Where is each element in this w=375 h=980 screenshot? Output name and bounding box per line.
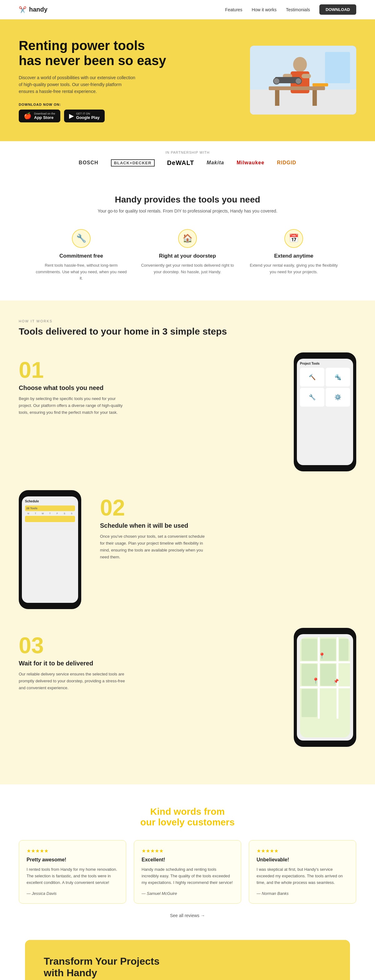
svg-rect-21 bbox=[339, 639, 348, 661]
nav-links: Features How it works Testimonials DOWNL… bbox=[225, 5, 356, 15]
feature-0-title: Commitment free bbox=[34, 253, 128, 259]
testimonial-2-stars: ★★★★★ bbox=[256, 848, 348, 854]
how-title: Tools delivered to your home in 3 simple… bbox=[19, 326, 356, 337]
testimonials-title-accent: customers bbox=[187, 817, 235, 827]
testimonials-grid: ★★★★★ Pretty awesome! I rented tools fro… bbox=[19, 840, 356, 903]
step-2-number: 02 bbox=[100, 496, 356, 519]
svg-rect-11 bbox=[275, 90, 279, 106]
partner-blackdecker: BLACK+DECKER bbox=[111, 159, 155, 167]
nav-download-button[interactable]: DOWNLOAD bbox=[320, 5, 356, 15]
store-buttons: 🍎 Download on the App Store ▶ GET IT ON … bbox=[19, 110, 169, 123]
navbar: ✂️ handy Features How it works Testimoni… bbox=[0, 0, 375, 19]
logo-icon: ✂️ bbox=[19, 6, 27, 13]
google-play-name: Google Play bbox=[76, 115, 100, 120]
svg-point-8 bbox=[274, 78, 280, 84]
app-store-button[interactable]: 🍎 Download on the App Store bbox=[19, 110, 60, 123]
partner-logos: BOSCH BLACK+DECKER DeWALT Makita Milwauk… bbox=[19, 159, 356, 167]
testimonial-0-author: — Jessica Davis bbox=[27, 891, 119, 896]
google-play-button[interactable]: ▶ GET IT ON Google Play bbox=[64, 110, 105, 123]
step-2-title: Schedule when it will be used bbox=[100, 522, 356, 529]
step-1-number: 01 bbox=[19, 359, 275, 381]
testimonial-1: ★★★★★ Excellent! Handy made scheduling a… bbox=[134, 840, 241, 903]
features-section: Handy provides the tools you need Your g… bbox=[0, 176, 375, 301]
partner-dewalt: DeWALT bbox=[167, 159, 195, 167]
feature-0-desc: Rent tools hassle-free, without long-ter… bbox=[34, 262, 128, 282]
partners-section: IN PARTNERSHIP WITH BOSCH BLACK+DECKER D… bbox=[0, 141, 375, 176]
feature-commitment-free: 🔧 Commitment free Rent tools hassle-free… bbox=[34, 229, 128, 282]
svg-rect-6 bbox=[302, 74, 311, 78]
see-all-reviews-link[interactable]: See all reviews → bbox=[19, 913, 356, 918]
cta-section: Transform Your Projects with Handy Eleva… bbox=[25, 940, 350, 980]
step-2-phone: Schedule 28 Tools MT WT FS S bbox=[19, 490, 81, 609]
feature-1-title: Right at your doorstep bbox=[141, 253, 234, 259]
app-store-name: App Store bbox=[34, 115, 55, 120]
svg-text:📍: 📍 bbox=[318, 652, 326, 659]
testimonial-0-stars: ★★★★★ bbox=[27, 848, 119, 854]
testimonials-title: Kind words from our lovely customers bbox=[19, 806, 356, 827]
feature-1-desc: Conveniently get your rented tools deliv… bbox=[141, 262, 234, 275]
step-3-desc: Our reliable delivery service ensures th… bbox=[19, 671, 125, 691]
hero-download-label: DOWNLOAD NOW ON: bbox=[19, 103, 169, 107]
step-1-phone: Project Tools 🔨 🔩 🔧 ⚙️ bbox=[294, 352, 356, 471]
step-1-title: Choose what tools you need bbox=[19, 384, 275, 391]
testimonial-0-text: I rented tools from Handy for my home re… bbox=[27, 866, 119, 886]
svg-rect-2 bbox=[325, 52, 350, 83]
testimonials-section: Kind words from our lovely customers ★★★… bbox=[0, 784, 375, 940]
how-it-works-section: HOW IT WORKS Tools delivered to your hom… bbox=[0, 301, 375, 784]
commitment-icon: 🔧 bbox=[72, 229, 91, 248]
testimonial-2: ★★★★★ Unbelievable! I was skeptical at f… bbox=[249, 840, 356, 903]
nav-features[interactable]: Features bbox=[225, 7, 242, 12]
svg-rect-10 bbox=[269, 86, 325, 90]
testimonial-1-stars: ★★★★★ bbox=[142, 848, 233, 854]
feature-2-desc: Extend your rental easily, giving you th… bbox=[247, 262, 341, 275]
app-store-sub: Download on the bbox=[34, 112, 55, 115]
cta-wrapper: Transform Your Projects with Handy Eleva… bbox=[0, 940, 375, 980]
feature-extend: 📅 Extend anytime Extend your rental easi… bbox=[247, 229, 341, 282]
testimonials-title-highlight: our lovely bbox=[140, 817, 185, 827]
partner-makita: Makita bbox=[207, 160, 224, 165]
partner-milwaukee: Milwaukee bbox=[237, 160, 264, 165]
extend-icon: 📅 bbox=[284, 229, 303, 248]
apple-icon: 🍎 bbox=[24, 112, 32, 119]
step-3-number: 03 bbox=[19, 634, 275, 657]
cta-drill-image bbox=[250, 959, 331, 980]
step-1-desc: Begin by selecting the specific tools yo… bbox=[19, 395, 125, 416]
feature-doorstep: 🏠 Right at your doorstep Conveniently ge… bbox=[141, 229, 234, 282]
testimonial-2-author: — Norman Banks bbox=[256, 891, 348, 896]
google-play-sub: GET IT ON bbox=[76, 112, 100, 115]
svg-rect-13 bbox=[312, 83, 328, 86]
logo-text: handy bbox=[29, 6, 47, 13]
testimonial-1-author: — Samuel McGuire bbox=[142, 891, 233, 896]
partners-label: IN PARTNERSHIP WITH bbox=[19, 151, 356, 154]
svg-point-3 bbox=[293, 57, 307, 72]
step-3-title: Wait for it to be delivered bbox=[19, 660, 275, 667]
step-3-phone: 📍 📍 📌 bbox=[294, 628, 356, 747]
features-title: Handy provides the tools you need bbox=[19, 195, 356, 205]
testimonial-1-title: Excellent! bbox=[142, 857, 233, 862]
how-step-2: 02 Schedule when it will be used Once yo… bbox=[19, 490, 356, 609]
svg-rect-19 bbox=[302, 639, 317, 661]
hero-content: Renting power tools has never been so ea… bbox=[19, 38, 169, 123]
testimonial-2-title: Unbelievable! bbox=[256, 857, 348, 862]
svg-point-9 bbox=[295, 78, 302, 84]
logo[interactable]: ✂️ handy bbox=[19, 6, 47, 13]
step-2-desc: Once you've chosen your tools, set a con… bbox=[100, 533, 206, 561]
nav-testimonials[interactable]: Testimonials bbox=[286, 7, 310, 12]
testimonial-1-text: Handy made scheduling and renting tools … bbox=[142, 866, 233, 886]
how-step-1: 01 Choose what tools you need Begin by s… bbox=[19, 352, 356, 471]
nav-how-it-works[interactable]: How it works bbox=[252, 7, 277, 12]
features-subtitle: Your go-to for quality tool rentals. Fro… bbox=[19, 208, 356, 213]
google-play-icon: ▶ bbox=[69, 112, 74, 119]
partner-ridgid: RIDGID bbox=[277, 160, 296, 165]
hero-subtitle: Discover a world of possibilities with o… bbox=[19, 74, 138, 95]
partner-bosch: BOSCH bbox=[79, 160, 98, 165]
how-step-3: 03 Wait for it to be delivered Our relia… bbox=[19, 628, 356, 747]
feature-2-title: Extend anytime bbox=[247, 253, 341, 259]
svg-rect-12 bbox=[312, 90, 317, 106]
svg-text:📌: 📌 bbox=[334, 679, 339, 684]
cta-content: Transform Your Projects with Handy Eleva… bbox=[44, 956, 163, 980]
cta-title: Transform Your Projects with Handy bbox=[44, 956, 163, 979]
hero-section: Renting power tools has never been so ea… bbox=[0, 19, 375, 141]
testimonial-2-text: I was skeptical at first, but Handy's se… bbox=[256, 866, 348, 886]
hero-title: Renting power tools has never been so ea… bbox=[19, 38, 169, 68]
